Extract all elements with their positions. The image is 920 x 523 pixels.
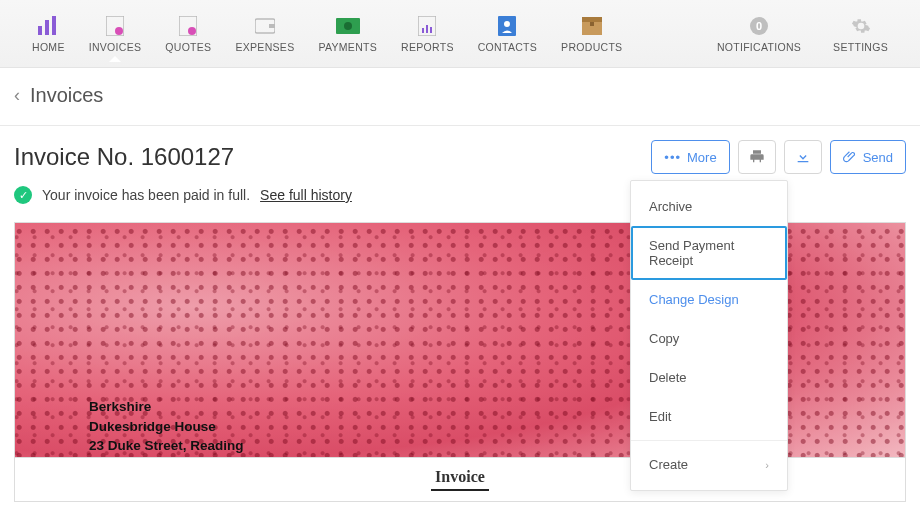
nav-payments-label: PAYMENTS <box>318 41 377 53</box>
address-company: Berkshire <box>89 397 244 417</box>
more-label: More <box>687 150 717 165</box>
svg-point-6 <box>188 27 196 35</box>
home-bars-icon <box>36 15 60 37</box>
dd-archive[interactable]: Archive <box>631 187 787 226</box>
download-icon <box>795 149 811 165</box>
dd-send-receipt-label: Send Payment Receipt <box>649 238 769 268</box>
status-text: Your invoice has been paid in full. <box>42 187 250 203</box>
svg-rect-0 <box>38 26 42 35</box>
svg-rect-19 <box>590 22 594 26</box>
dd-separator <box>631 440 787 441</box>
dd-copy-label: Copy <box>649 331 679 346</box>
nav-contacts[interactable]: CONTACTS <box>466 7 549 61</box>
invoice-doc-title: Invoice <box>431 468 489 491</box>
paperclip-icon <box>843 150 857 164</box>
dd-delete-label: Delete <box>649 370 687 385</box>
download-button[interactable] <box>784 140 822 174</box>
nav-invoices-label: INVOICES <box>89 41 142 53</box>
page-title: Invoice No. 1600127 <box>14 143 234 171</box>
dd-copy[interactable]: Copy <box>631 319 787 358</box>
dd-archive-label: Archive <box>649 199 692 214</box>
svg-point-10 <box>344 22 352 30</box>
nav-invoices[interactable]: INVOICES <box>77 7 154 61</box>
nav-notifications[interactable]: 0 NOTIFICATIONS <box>705 7 813 61</box>
dd-edit-label: Edit <box>649 409 671 424</box>
nav-settings-label: SETTINGS <box>833 41 888 53</box>
invoice-doc-icon <box>103 15 127 37</box>
money-icon <box>336 15 360 37</box>
notification-count: 0 <box>750 17 768 35</box>
paid-check-icon: ✓ <box>14 186 32 204</box>
nav-right: 0 NOTIFICATIONS SETTINGS <box>705 7 900 61</box>
nav-reports-label: REPORTS <box>401 41 454 53</box>
print-button[interactable] <box>738 140 776 174</box>
gear-icon <box>849 15 873 37</box>
send-label: Send <box>863 150 893 165</box>
page-header: Invoice No. 1600127 ••• More Send Archiv… <box>0 126 920 182</box>
dd-send-receipt[interactable]: Send Payment Receipt <box>631 226 787 280</box>
dd-edit[interactable]: Edit <box>631 397 787 436</box>
svg-rect-13 <box>426 25 428 33</box>
back-chevron-icon[interactable]: ‹ <box>14 85 20 106</box>
address-line2: 23 Duke Street, Reading <box>89 436 244 456</box>
notification-badge-icon: 0 <box>747 15 771 37</box>
nav-left: HOME INVOICES QUOTES EXPENSES PAYMENTS <box>20 7 634 61</box>
nav-reports[interactable]: REPORTS <box>389 7 466 61</box>
dd-change-design[interactable]: Change Design <box>631 280 787 319</box>
action-bar: ••• More Send Archive Send Payment Recei… <box>651 140 906 174</box>
dd-delete[interactable]: Delete <box>631 358 787 397</box>
more-dropdown: Archive Send Payment Receipt Change Desi… <box>630 180 788 491</box>
dd-create-label: Create <box>649 457 688 472</box>
svg-rect-2 <box>52 16 56 35</box>
svg-rect-1 <box>45 20 49 35</box>
nav-products[interactable]: PRODUCTS <box>549 7 634 61</box>
chevron-right-icon: › <box>765 459 769 471</box>
breadcrumb: ‹ Invoices <box>0 68 920 126</box>
contact-icon <box>495 15 519 37</box>
dd-create[interactable]: Create › <box>631 445 787 484</box>
nav-quotes-label: QUOTES <box>165 41 211 53</box>
svg-point-4 <box>115 27 123 35</box>
box-icon <box>580 15 604 37</box>
nav-home-label: HOME <box>32 41 65 53</box>
nav-notifications-label: NOTIFICATIONS <box>717 41 801 53</box>
nav-contacts-label: CONTACTS <box>478 41 537 53</box>
nav-payments[interactable]: PAYMENTS <box>306 7 389 61</box>
nav-expenses[interactable]: EXPENSES <box>223 7 306 61</box>
ellipsis-icon: ••• <box>664 150 681 165</box>
more-button[interactable]: ••• More <box>651 140 729 174</box>
nav-settings[interactable]: SETTINGS <box>821 7 900 61</box>
send-button[interactable]: Send <box>830 140 906 174</box>
print-icon <box>749 149 765 165</box>
svg-point-16 <box>504 21 510 27</box>
nav-expenses-label: EXPENSES <box>235 41 294 53</box>
svg-rect-18 <box>582 17 602 22</box>
dd-change-design-label: Change Design <box>649 292 739 307</box>
wallet-icon <box>253 15 277 37</box>
svg-rect-12 <box>422 28 424 33</box>
top-nav: HOME INVOICES QUOTES EXPENSES PAYMENTS <box>0 0 920 68</box>
svg-rect-14 <box>430 27 432 33</box>
nav-products-label: PRODUCTS <box>561 41 622 53</box>
history-link[interactable]: See full history <box>260 187 352 203</box>
quote-doc-icon <box>176 15 200 37</box>
report-icon <box>415 15 439 37</box>
svg-rect-8 <box>269 24 275 28</box>
breadcrumb-title: Invoices <box>30 84 103 107</box>
nav-quotes[interactable]: QUOTES <box>153 7 223 61</box>
nav-home[interactable]: HOME <box>20 7 77 61</box>
address-line1: Dukesbridge House <box>89 417 244 437</box>
